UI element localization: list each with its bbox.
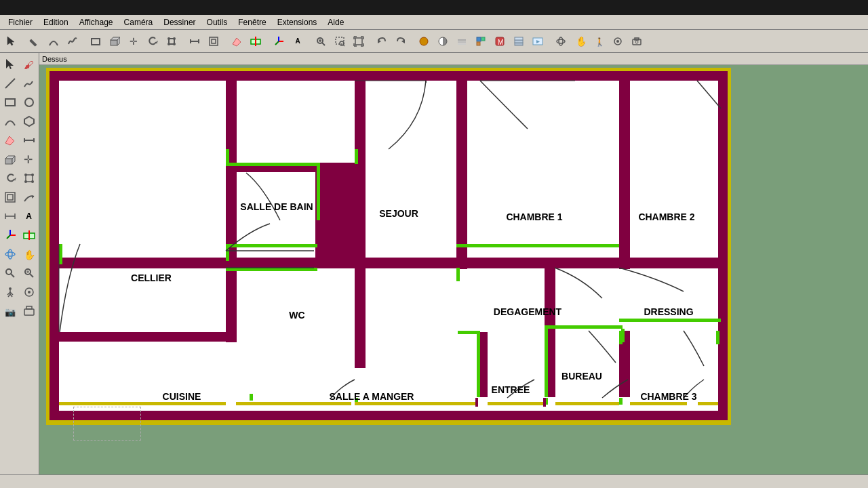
fog-btn[interactable] — [453, 33, 471, 50]
look-around-btn[interactable] — [609, 33, 627, 50]
sb-position-cam[interactable]: 📷 — [1, 302, 19, 320]
sb-arc[interactable] — [1, 113, 19, 130]
orbit-btn[interactable] — [552, 33, 570, 50]
sb-scale[interactable] — [20, 169, 38, 187]
svg-marker-39 — [378, 39, 381, 43]
sb-circle[interactable] — [20, 94, 38, 111]
svg-point-11 — [167, 43, 170, 45]
sb-followme[interactable] — [20, 188, 38, 206]
svg-point-56 — [557, 39, 565, 43]
svg-line-24 — [322, 43, 325, 45]
svg-rect-113 — [24, 309, 34, 315]
svg-marker-0 — [7, 37, 14, 45]
svg-marker-65 — [6, 59, 14, 69]
components-btn[interactable] — [472, 33, 490, 50]
sb-paint[interactable]: 🖌 — [20, 56, 38, 73]
svg-text:✛: ✛ — [130, 36, 138, 47]
scenes-btn[interactable] — [529, 33, 547, 50]
sb-move[interactable]: ✛ — [20, 150, 38, 168]
rotate-btn[interactable] — [144, 33, 161, 50]
svg-rect-3 — [111, 40, 117, 45]
sb-offset[interactable] — [1, 188, 19, 206]
sb-zoom-ext[interactable] — [20, 264, 38, 282]
canvas-area[interactable]: Dessus — [39, 53, 868, 474]
svg-point-95 — [5, 252, 15, 256]
svg-rect-84 — [5, 192, 15, 202]
svg-point-69 — [25, 98, 33, 106]
layers-btn[interactable] — [510, 33, 528, 50]
sb-rect[interactable] — [1, 94, 19, 111]
move-btn[interactable]: ✛ — [125, 33, 142, 50]
svg-point-96 — [8, 249, 12, 259]
sb-polygon[interactable] — [20, 113, 38, 130]
menu-camera[interactable]: Caméra — [119, 16, 159, 28]
select-btn[interactable] — [3, 33, 20, 50]
menu-affichage[interactable]: Affichage — [74, 16, 119, 28]
redo-btn[interactable] — [392, 33, 410, 50]
push-pull-btn[interactable] — [106, 33, 123, 50]
sb-pushpull[interactable] — [1, 150, 19, 168]
styles-btn[interactable] — [415, 33, 433, 50]
3dtext-btn[interactable]: A — [289, 33, 307, 50]
menu-extensions[interactable]: Extensions — [272, 16, 323, 28]
section-btn[interactable] — [247, 33, 264, 50]
sb-line[interactable] — [1, 75, 19, 92]
label-salle-a-manger: SALLE A MANGER — [330, 391, 414, 402]
sb-axes[interactable] — [1, 226, 19, 244]
axes-btn[interactable] — [270, 33, 288, 50]
position-camera-btn[interactable] — [628, 33, 646, 50]
walk-btn[interactable]: 🚶 — [590, 33, 608, 50]
menu-dessiner[interactable]: Dessiner — [158, 16, 201, 28]
sb-select[interactable] — [1, 56, 19, 73]
sb-rotate[interactable] — [1, 169, 19, 187]
rect-btn[interactable] — [87, 33, 104, 50]
menu-edition[interactable]: Edition — [38, 16, 74, 28]
sb-walk[interactable] — [1, 283, 19, 301]
sb-zoom2[interactable] — [1, 264, 19, 282]
materials-btn[interactable]: M — [491, 33, 509, 50]
svg-rect-148 — [458, 331, 478, 334]
svg-rect-162 — [698, 402, 718, 405]
undo-btn[interactable] — [373, 33, 391, 50]
menu-aide[interactable]: Aide — [322, 16, 349, 28]
label-sejour: SEJOUR — [379, 208, 418, 219]
sb-orbit[interactable] — [1, 245, 19, 263]
svg-rect-156 — [59, 402, 226, 405]
svg-rect-142 — [619, 319, 721, 322]
sb-text[interactable]: A — [20, 207, 38, 225]
selection-indicator — [73, 407, 141, 441]
sb-section[interactable] — [20, 226, 38, 244]
sb-dimension[interactable] — [1, 207, 19, 225]
sb-extra[interactable] — [20, 302, 38, 320]
svg-rect-52 — [515, 40, 523, 43]
menu-fichier[interactable]: Fichier — [3, 16, 38, 28]
freehand-btn[interactable] — [64, 33, 81, 50]
tape-btn[interactable] — [186, 33, 203, 50]
svg-rect-159 — [488, 402, 545, 405]
sb-freehand[interactable] — [20, 75, 38, 92]
svg-rect-147 — [621, 329, 625, 342]
arc-btn[interactable] — [45, 33, 62, 50]
main-area: 🖌 — [0, 53, 868, 474]
zoom-window-btn[interactable] — [331, 33, 349, 50]
svg-rect-158 — [355, 402, 477, 405]
svg-rect-1 — [29, 39, 37, 46]
sb-eraser[interactable] — [1, 131, 19, 149]
sb-pan[interactable]: ✋ — [20, 245, 38, 263]
scale-btn[interactable] — [163, 33, 180, 50]
svg-text:✋: ✋ — [576, 36, 585, 47]
sb-tape[interactable] — [20, 131, 38, 149]
svg-rect-157 — [236, 402, 351, 405]
pan-btn[interactable]: ✋ — [571, 33, 589, 50]
shadows-btn[interactable] — [434, 33, 452, 50]
pencil-btn[interactable] — [26, 33, 43, 50]
svg-rect-133 — [226, 163, 317, 166]
eraser-btn[interactable] — [228, 33, 245, 50]
zoom-extents-btn[interactable] — [350, 33, 368, 50]
menu-fenetre[interactable]: Fenêtre — [233, 16, 271, 28]
svg-rect-132 — [226, 149, 229, 164]
sb-look-around[interactable] — [20, 283, 38, 301]
menu-outils[interactable]: Outils — [201, 16, 233, 28]
offset-btn[interactable] — [205, 33, 222, 50]
zoom-btn[interactable] — [312, 33, 330, 50]
